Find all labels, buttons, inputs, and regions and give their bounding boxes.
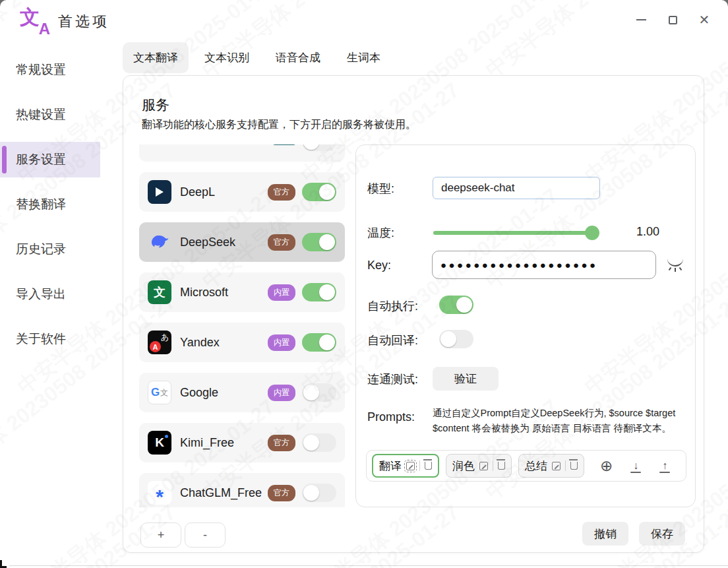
edit-icon[interactable]: [406, 462, 415, 470]
auto-execute-toggle[interactable]: [439, 296, 473, 314]
export-prompts-icon[interactable]: ↑: [659, 460, 671, 472]
masked-key-value: ●●●●●●●●●●●●●●●●●●●: [440, 259, 598, 270]
service-name: Yandex: [180, 336, 220, 350]
prompt-chip-label: 总结: [525, 458, 547, 474]
sidebar-item-services[interactable]: 服务设置: [0, 142, 100, 177]
service-row-deepl[interactable]: DeepL 官方: [139, 172, 345, 212]
sidebar-item-import-export[interactable]: 导入导出: [0, 272, 112, 317]
sidebar-item-history[interactable]: 历史记录: [0, 227, 112, 272]
save-button[interactable]: 保存: [639, 522, 685, 546]
sidebar-item-general[interactable]: 常规设置: [0, 47, 112, 92]
tab-text-recognition[interactable]: 文本识别: [194, 42, 260, 73]
service-badge: 官方: [268, 184, 295, 201]
service-name: DeepL: [180, 185, 215, 199]
service-tabs: 文本翻译 文本识别 语音合成 生词本: [123, 42, 391, 73]
service-row-microsoft[interactable]: 文 Microsoft 内置: [139, 272, 345, 312]
service-name: Microsoft: [180, 286, 228, 300]
auto-back-translate-label: 自动回译:: [367, 332, 418, 348]
services-panel: 服务 翻译功能的核心服务支持配置，下方开启的服务将被使用。 DeepL 官方 D…: [123, 75, 704, 553]
api-key-field[interactable]: ●●●●●●●●●●●●●●●●●●●: [432, 251, 656, 279]
delete-icon[interactable]: [425, 462, 432, 470]
slider-thumb[interactable]: [585, 226, 599, 240]
service-row-google[interactable]: G文 Google 内置: [139, 373, 345, 412]
service-badge: 官方: [268, 234, 295, 251]
prompt-chip-label: 翻译: [379, 458, 402, 474]
add-service-button[interactable]: +: [140, 522, 181, 548]
section-description: 翻译功能的核心服务支持配置，下方开启的服务将被使用。: [142, 118, 416, 132]
delete-icon[interactable]: [570, 462, 578, 470]
service-list: DeepL 官方 DeepSeek 官方 文 Microsoft 内置: [139, 144, 345, 507]
prompt-chip-summarize[interactable]: 总结: [518, 454, 584, 478]
service-row-partial[interactable]: [139, 144, 345, 162]
footer-actions: 撤销 保存: [582, 522, 685, 546]
prompt-chip-polish[interactable]: 润色: [446, 454, 512, 478]
service-toggle[interactable]: [302, 333, 336, 352]
remove-service-button[interactable]: -: [185, 522, 226, 548]
add-prompt-icon[interactable]: ⊕: [600, 458, 613, 474]
import-prompts-icon[interactable]: ↓: [630, 460, 642, 472]
key-label: Key:: [367, 259, 391, 272]
prompt-chip-label: 润色: [452, 458, 475, 474]
temperature-value: 1.00: [636, 225, 659, 239]
service-badge: 内置: [268, 385, 295, 401]
service-name: Kimi_Free: [180, 436, 234, 450]
minimize-icon[interactable]: [634, 13, 648, 26]
model-input[interactable]: [433, 177, 600, 199]
deepl-icon: [148, 180, 171, 204]
temperature-slider[interactable]: [433, 231, 598, 235]
microsoft-translator-icon: 文: [148, 280, 171, 304]
service-name: Google: [180, 386, 218, 400]
prompts-description: 通过自定义Prompt自定义DeepSeek行为, $source $targe…: [433, 406, 691, 436]
undo-button[interactable]: 撤销: [582, 522, 628, 546]
auto-execute-label: 自动执行:: [367, 298, 418, 314]
service-row-deepseek[interactable]: DeepSeek 官方: [139, 222, 345, 262]
service-badge: 官方: [268, 485, 295, 501]
service-row-yandex[interactable]: あA Yandex 内置: [139, 323, 345, 362]
close-icon[interactable]: ✕: [698, 13, 711, 26]
prompt-chips-container: 翻译 润色 总结 ⊕ ↓: [366, 450, 686, 482]
edit-icon[interactable]: [552, 462, 561, 470]
yandex-icon: あA: [148, 331, 171, 354]
service-toggle[interactable]: [302, 433, 336, 452]
sidebar-item-about[interactable]: 关于软件: [0, 317, 112, 362]
window-title: 首选项: [58, 12, 109, 32]
sidebar-item-replace-translate[interactable]: 替换翻译: [0, 182, 112, 227]
service-toggle[interactable]: [302, 283, 336, 301]
tab-vocabulary[interactable]: 生词本: [336, 42, 391, 73]
service-badge: 官方: [268, 435, 295, 451]
maximize-icon[interactable]: [666, 13, 679, 26]
service-detail-panel: 模型: 温度: 1.00 Key: ●●●●●●●●●●●●●●●●●●● 自动…: [355, 144, 696, 507]
service-toggle[interactable]: [302, 484, 336, 502]
tab-speech-synthesis[interactable]: 语音合成: [265, 42, 331, 73]
app-logo-icon: 文A: [20, 7, 50, 36]
service-list-buttons: + -: [140, 522, 226, 548]
service-row-kimi-free[interactable]: K Kimi_Free 官方: [139, 423, 345, 462]
temperature-label: 温度:: [367, 225, 394, 241]
tab-text-translation[interactable]: 文本翻译: [123, 42, 189, 73]
google-translate-icon: G文: [148, 381, 171, 404]
service-toggle[interactable]: [302, 383, 336, 402]
service-icon-partial: [148, 144, 171, 154]
badge-fragment: [273, 144, 295, 145]
active-indicator: [2, 146, 7, 174]
service-toggle[interactable]: [302, 144, 336, 151]
service-name: DeepSeek: [180, 236, 235, 249]
title-bar: 文A 首选项 ✕: [0, 0, 728, 41]
sidebar-item-hotkeys[interactable]: 热键设置: [0, 92, 112, 137]
model-label: 模型:: [367, 181, 394, 197]
delete-icon[interactable]: [498, 462, 505, 470]
service-toggle[interactable]: [302, 183, 336, 201]
verify-button[interactable]: 验证: [433, 367, 499, 391]
chatglm-icon: *: [148, 481, 171, 505]
auto-back-translate-toggle[interactable]: [439, 330, 473, 348]
preferences-window: 文A 首选项 ✕ 常规设置 热键设置 服务设置 替换翻译 历史记录 导入导出 关…: [0, 0, 728, 568]
prompt-chip-translate[interactable]: 翻译: [372, 454, 439, 478]
deepseek-icon: [148, 230, 171, 254]
service-badge: 内置: [268, 284, 295, 301]
service-toggle[interactable]: [302, 233, 336, 251]
service-row-chatglm-free[interactable]: * ChatGLM_Free 官方: [139, 473, 345, 507]
window-controls: ✕: [634, 13, 711, 26]
eye-closed-icon[interactable]: [667, 263, 683, 272]
background-window-edge: [9, 565, 728, 566]
edit-icon[interactable]: [479, 462, 488, 470]
